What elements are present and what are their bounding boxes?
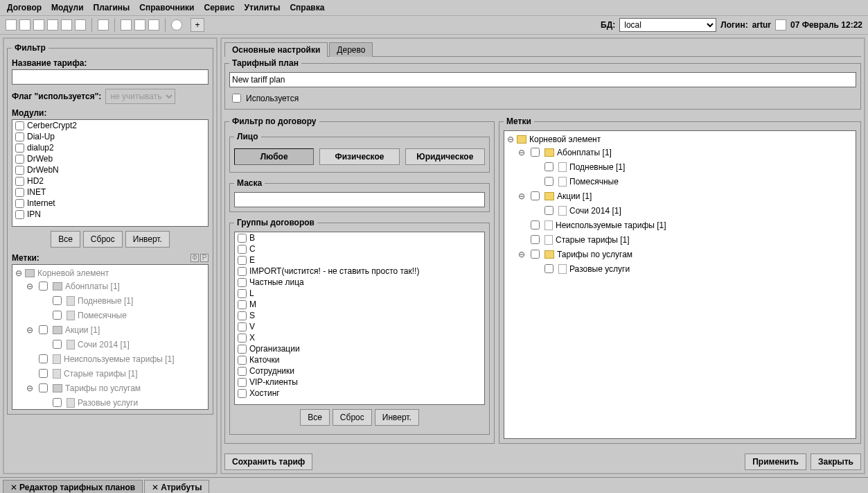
tree-checkbox[interactable] (544, 162, 553, 171)
tree-node[interactable]: ⊖Корневой элемент (15, 268, 205, 279)
group-checkbox[interactable] (238, 289, 247, 298)
tree-checkbox[interactable] (39, 325, 48, 334)
module-item[interactable]: DrWeb (12, 153, 208, 164)
tree-checkbox[interactable] (39, 383, 48, 392)
group-item[interactable]: VIP-клиенты (235, 377, 484, 388)
flag-select[interactable]: не учитывать (105, 89, 175, 104)
group-checkbox[interactable] (238, 278, 247, 287)
module-checkbox[interactable] (15, 188, 24, 197)
tree-twisty-icon[interactable]: ⊖ (518, 191, 525, 201)
toolbar-icon-window1[interactable] (121, 19, 132, 31)
menu-item[interactable]: Модули (51, 3, 83, 12)
group-checkbox[interactable] (238, 311, 247, 320)
groups-reset-btn[interactable]: Сброс (333, 409, 372, 426)
toolbar-icon-copy[interactable] (61, 19, 72, 31)
tree-node[interactable]: Неиспользуемые тарифы [1] (15, 352, 205, 366)
tree-twisty-icon[interactable]: ⊖ (507, 135, 514, 144)
tree-checkbox[interactable] (39, 282, 48, 291)
tree-twisty-icon[interactable]: ⊖ (26, 325, 33, 335)
tariff-name-input[interactable] (12, 69, 209, 85)
toolbar-icon-open[interactable] (19, 19, 30, 31)
close-btn[interactable]: Закрыть (811, 453, 861, 470)
groups-all-btn[interactable]: Все (300, 409, 330, 426)
tree-twisty-icon[interactable]: ⊖ (15, 268, 22, 278)
group-item[interactable]: Частные лица (235, 277, 484, 288)
group-item[interactable]: Сотрудники (235, 365, 484, 377)
module-checkbox[interactable] (15, 199, 24, 208)
group-item[interactable]: M (235, 299, 484, 310)
module-item[interactable]: DrWebN (12, 164, 208, 175)
group-checkbox[interactable] (238, 300, 247, 309)
tree-node[interactable]: ⊖Тарифы по услугам (507, 247, 853, 261)
tree-node[interactable]: Помесячные (15, 308, 205, 322)
module-checkbox[interactable] (15, 121, 24, 130)
menu-item[interactable]: Справочники (139, 3, 194, 12)
group-item[interactable]: C (235, 243, 484, 254)
db-select[interactable]: local (619, 18, 716, 32)
menu-item[interactable]: Справка (290, 3, 324, 12)
group-checkbox[interactable] (238, 256, 247, 265)
menu-item[interactable]: Плагины (94, 3, 130, 12)
tree-checkbox[interactable] (544, 264, 553, 273)
group-checkbox[interactable] (238, 267, 247, 276)
tree-node[interactable]: ⊖Корневой элемент (507, 134, 853, 145)
toolbar-icon-new[interactable] (6, 19, 17, 31)
group-item[interactable]: S (235, 310, 484, 321)
tree-node[interactable]: ⊖Абонплаты [1] (15, 279, 205, 293)
tree-checkbox[interactable] (53, 398, 62, 407)
modules-list[interactable]: CerberCrypt2Dial-Updialup2DrWebDrWebNHD2… (12, 119, 209, 227)
module-item[interactable]: Dial-Up (12, 131, 208, 142)
tree-node[interactable]: ⊖Акции [1] (507, 189, 853, 203)
module-item[interactable]: HD2 (12, 175, 208, 187)
tree-checkbox[interactable] (531, 191, 540, 200)
toolbar-icon-window2[interactable] (134, 19, 145, 31)
group-checkbox[interactable] (238, 356, 247, 365)
tree-node[interactable]: Неиспользуемые тарифы [1] (507, 218, 853, 232)
module-checkbox[interactable] (15, 144, 24, 153)
group-checkbox[interactable] (238, 367, 247, 376)
toolbar-icon-doc[interactable] (47, 19, 58, 31)
group-item[interactable]: B (235, 232, 484, 243)
toolbar-icon-refresh[interactable] (171, 19, 182, 31)
module-item[interactable]: INET (12, 187, 208, 198)
module-checkbox[interactable] (15, 155, 24, 164)
tree-node[interactable]: Старые тарифы [1] (15, 366, 205, 381)
tree-checkbox[interactable] (544, 177, 553, 186)
group-item[interactable]: L (235, 288, 484, 299)
settings-tab[interactable]: Основные настройки (224, 42, 328, 57)
tree-checkbox[interactable] (544, 206, 553, 215)
tree-node[interactable]: ⊖Абонплаты [1] (507, 145, 853, 159)
tree-node[interactable]: Сочи 2014 [1] (15, 337, 205, 352)
bottom-tab[interactable]: ✕ Атрибуты (144, 480, 209, 493)
labels-tree-filter[interactable]: ⊖Корневой элемент⊖Абонплаты [1]Подневные… (12, 264, 209, 410)
save-tariff-btn[interactable]: Сохранить тариф (224, 453, 312, 470)
face-btn[interactable]: Любое (234, 148, 314, 165)
settings-tab[interactable]: Дерево (329, 42, 373, 57)
tree-node[interactable]: Разовые услуги (15, 395, 205, 410)
group-item[interactable]: Хостинг (235, 388, 484, 399)
tree-checkbox[interactable] (39, 369, 48, 378)
tree-checkbox[interactable] (531, 250, 540, 259)
toolbar-icon-paste[interactable] (75, 19, 86, 31)
labels-tree[interactable]: ⊖Корневой элемент⊖Абонплаты [1]Подневные… (504, 130, 856, 439)
tree-twisty-icon[interactable]: ⊖ (518, 148, 525, 157)
bottom-tab[interactable]: ✕ Редактор тарифных планов (3, 480, 143, 493)
group-item[interactable]: IMPORT(чистится! - не ставить просто так… (235, 266, 484, 277)
tree-node[interactable]: Подневные [1] (15, 293, 205, 308)
tree-checkbox[interactable] (531, 148, 540, 157)
module-checkbox[interactable] (15, 210, 24, 219)
modules-all-btn[interactable]: Все (51, 231, 80, 248)
module-item[interactable]: IPN (12, 209, 208, 220)
group-checkbox[interactable] (238, 389, 247, 398)
tree-checkbox[interactable] (53, 296, 62, 305)
tree-node[interactable]: Подневные [1] (507, 159, 853, 174)
groups-invert-btn[interactable]: Инверт. (375, 409, 419, 426)
toolbar-add-btn[interactable]: + (191, 18, 204, 32)
tree-twisty-icon[interactable]: ⊖ (518, 250, 525, 259)
group-checkbox[interactable] (238, 334, 247, 343)
tree-node[interactable]: Разовые услуги (507, 261, 853, 276)
tree-checkbox[interactable] (39, 354, 48, 363)
module-item[interactable]: CerberCrypt2 (12, 120, 208, 131)
module-checkbox[interactable] (15, 166, 24, 175)
tree-checkbox[interactable] (53, 340, 62, 349)
